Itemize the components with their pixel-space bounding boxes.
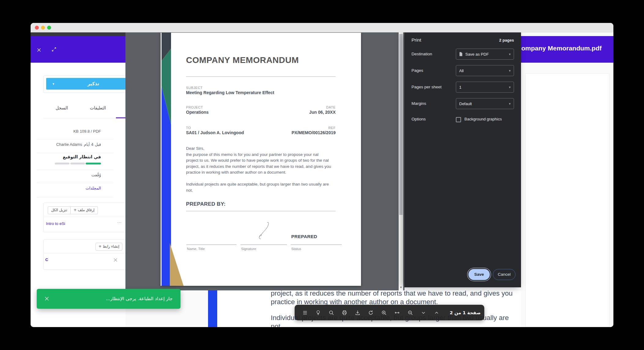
expand-icon[interactable] [51, 47, 57, 52]
progress-segment-done [86, 163, 101, 164]
sig-status-label: Status [291, 247, 301, 251]
sig-status-value: PREPARED [291, 234, 317, 239]
page-down-icon[interactable] [420, 310, 426, 316]
divider [37, 183, 113, 183]
menu-icon[interactable] [302, 310, 308, 316]
active-tab-underline [116, 117, 125, 118]
date-value: Jun 06, 20XX [283, 110, 336, 115]
zoom-out-icon[interactable] [407, 310, 413, 316]
margins-label: Margins [411, 98, 426, 109]
subject-value: Meeting Regarding Low Temperature Effect [186, 90, 274, 95]
margins-select[interactable]: Default ▾ [456, 98, 514, 109]
memo-decorative-stripes [161, 33, 188, 286]
fit-width-icon[interactable] [394, 310, 400, 316]
sig-name-label: Name, Title [187, 247, 205, 251]
chevron-down-icon: ▾ [509, 85, 511, 89]
subject-label: SUBJECT [186, 86, 203, 90]
prepared-by-heading: PREPARED BY: [186, 201, 226, 207]
tab-history[interactable]: السجل [53, 105, 71, 110]
waiting-status: في انتظار التوقيع [37, 153, 101, 160]
print-icon[interactable] [341, 310, 348, 316]
pages-per-sheet-value: 1 [459, 85, 461, 90]
destination-select[interactable]: Save as PDF ▾ [456, 49, 514, 60]
print-dialog: Print 2 pages Destination Save as PDF ▾ … [404, 33, 521, 287]
window-titlebar [31, 23, 613, 32]
print-dialog-title: Print [411, 37, 421, 43]
preview-scrollbar-thumb[interactable] [399, 34, 403, 215]
download-all-button[interactable]: تنزيل الكل [48, 207, 71, 214]
document-sheet-right [525, 73, 609, 327]
background-graphics-label: Background graphics [464, 114, 502, 125]
reminder-caret-button[interactable]: ▾ [46, 78, 61, 90]
uploader-name: Charlie Adams [56, 141, 82, 148]
print-preview-pane: COMPANY MEMORANDUM SUBJECT Meeting Regar… [125, 32, 404, 290]
save-button[interactable]: Save [468, 269, 490, 280]
sig-line-status [291, 245, 342, 245]
chevron-down-icon: ▾ [509, 102, 511, 106]
margins-value: Default [459, 101, 472, 106]
pdf-toolbar: صفحة 1 من 2 [295, 305, 484, 320]
background-graphics-checkbox[interactable] [456, 117, 461, 122]
cancel-button[interactable]: Cancel [493, 269, 516, 280]
screenshot-stage: ompany Memorandum.pdf project, as it red… [0, 0, 644, 350]
document-stripe-blue [208, 290, 217, 327]
zoom-in-icon[interactable] [381, 310, 387, 316]
attach-file-button[interactable]: إرفاق ملف + [71, 207, 98, 214]
prepared-by-rule [186, 211, 336, 211]
lightbulb-icon[interactable] [315, 310, 321, 316]
uploader-row: Charlie Adams قبل 4 أيام [37, 141, 101, 148]
search-icon[interactable] [328, 310, 334, 316]
destination-value: Save as PDF [465, 52, 489, 57]
app-window: ompany Memorandum.pdf project, as it red… [31, 23, 613, 327]
create-link-card: إنشاء رابط + C [43, 239, 125, 270]
progress-segment [55, 163, 69, 164]
project-value: Operations [186, 110, 209, 115]
tab-row-border [43, 118, 125, 118]
page-indicator: صفحة 1 من 2 [450, 310, 481, 315]
pages-value: All [459, 68, 463, 73]
sig-signature-label: Signature [241, 247, 256, 251]
attachment-link[interactable]: Intro to eSi [44, 221, 65, 226]
pages-per-sheet-select[interactable]: 1 ▾ [456, 82, 514, 93]
reminder-split-button[interactable]: ▾ تذكير [46, 78, 125, 90]
memo-rule [186, 76, 336, 77]
print-toast: جار إعداد الطباعة. يرجى الإنتظار... [37, 289, 181, 309]
attachment-more-button[interactable]: ... [117, 219, 122, 224]
pages-select[interactable]: All ▾ [456, 65, 514, 76]
preview-sheet: COMPANY MEMORANDUM SUBJECT Meeting Regar… [161, 33, 361, 286]
options-label: Options [411, 114, 426, 125]
document-text-line: project, as it reduces the number of rep… [271, 290, 512, 297]
create-link-card-divider [44, 253, 125, 253]
memo-paragraph-1: Dear Sirs, the purpose of this memo is f… [186, 146, 331, 175]
uploaded-time: قبل 4 أيام [84, 141, 101, 148]
tab-comments[interactable]: التعليقات [87, 105, 109, 110]
divider [37, 197, 113, 197]
folders-link[interactable]: المجلدات [37, 185, 101, 192]
traffic-light-minimize[interactable] [41, 26, 45, 30]
signature-squiggle [256, 221, 271, 240]
progress-segment [70, 163, 85, 164]
reminder-button-label[interactable]: تذكير [61, 78, 125, 90]
page-up-icon[interactable] [434, 310, 440, 316]
preview-scrollbar-down-button[interactable]: ▾ [399, 285, 403, 290]
attachments-card: تنزيل الكل إرفاق ملف + ... Intro to eSi [43, 203, 125, 232]
project-label: PROJECT [186, 105, 203, 109]
toast-message: جار إعداد الطباعة. يرجى الإنتظار... [106, 289, 173, 309]
create-link-button[interactable]: إنشاء رابط + [95, 243, 122, 251]
traffic-light-close[interactable] [35, 26, 39, 30]
document-page-right: ompany Memorandum.pdf [521, 32, 613, 327]
date-label: DATE [283, 105, 336, 109]
attachments-card-divider [44, 217, 125, 217]
divider [37, 170, 113, 170]
download-icon[interactable] [355, 310, 361, 316]
traffic-light-zoom[interactable] [47, 26, 51, 30]
memo-title: COMPANY MEMORANDUM [186, 55, 299, 65]
save-as-pdf-icon [459, 52, 463, 56]
memo-paragraph-2: Individual projects are quite acceptable… [186, 181, 329, 193]
link-text[interactable]: C [45, 257, 48, 262]
remove-link-icon[interactable] [114, 258, 117, 262]
sig-line-name [186, 245, 236, 245]
toast-close-icon[interactable] [44, 296, 49, 301]
rotate-icon[interactable] [368, 310, 374, 316]
close-icon[interactable] [37, 48, 41, 52]
